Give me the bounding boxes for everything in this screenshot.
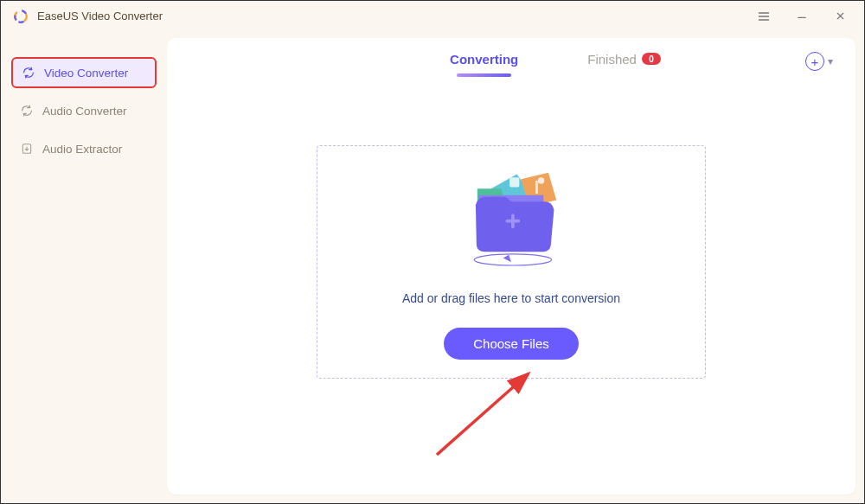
sidebar-item-audio-converter[interactable]: Audio Converter <box>11 95 157 126</box>
body: Video Converter Audio Converter Audio Ex… <box>1 31 864 503</box>
sidebar: Video Converter Audio Converter Audio Ex… <box>1 31 167 503</box>
tab-label: Finished <box>587 52 637 67</box>
app-window: EaseUS Video Converter Video Converter <box>0 0 865 504</box>
titlebar: EaseUS Video Converter <box>1 1 864 31</box>
minimize-button[interactable] <box>783 3 821 29</box>
tab-converting[interactable]: Converting <box>450 52 518 72</box>
main-panel: Converting Finished 0 + ▾ <box>167 38 855 494</box>
finished-badge: 0 <box>642 53 661 65</box>
tab-label: Converting <box>450 52 518 67</box>
svg-rect-7 <box>511 214 515 228</box>
refresh-icon <box>22 66 35 80</box>
dropzone-wrap: Add or drag files here to start conversi… <box>167 85 855 494</box>
svg-point-5 <box>538 177 544 183</box>
svg-rect-3 <box>509 177 519 187</box>
dropzone[interactable]: Add or drag files here to start conversi… <box>317 145 706 379</box>
tabs-row: Converting Finished 0 + ▾ <box>167 38 855 85</box>
sidebar-item-label: Video Converter <box>44 67 128 80</box>
tab-finished[interactable]: Finished 0 <box>587 52 661 72</box>
refresh-icon <box>20 104 34 118</box>
plus-icon: + <box>805 52 824 71</box>
close-button[interactable] <box>821 3 859 29</box>
sidebar-item-label: Audio Converter <box>42 105 127 118</box>
choose-files-button[interactable]: Choose Files <box>444 328 579 360</box>
sidebar-item-label: Audio Extractor <box>42 143 122 156</box>
app-title: EaseUS Video Converter <box>37 10 163 22</box>
menu-button[interactable] <box>745 3 783 29</box>
svg-rect-4 <box>535 181 538 194</box>
chevron-down-icon: ▾ <box>828 55 833 67</box>
svg-point-8 <box>474 254 552 265</box>
sidebar-item-audio-extractor[interactable]: Audio Extractor <box>11 133 157 164</box>
add-file-button[interactable]: + ▾ <box>805 52 833 71</box>
dropzone-hint: Add or drag files here to start conversi… <box>402 291 620 305</box>
sidebar-item-video-converter[interactable]: Video Converter <box>11 57 157 88</box>
extract-icon <box>20 142 34 156</box>
app-logo-icon <box>13 9 29 24</box>
folder-illustration-icon <box>446 156 576 278</box>
